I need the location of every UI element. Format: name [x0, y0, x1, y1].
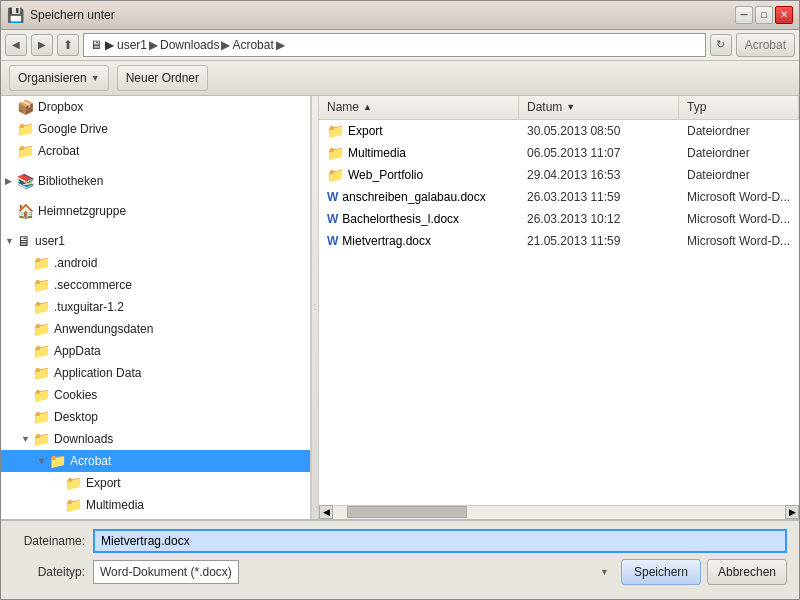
- file-icon-2: 📁: [327, 167, 344, 183]
- tree-item-desktop[interactable]: 📁 Desktop: [1, 406, 310, 428]
- col-header-type[interactable]: Typ: [679, 96, 799, 119]
- cell-date-1: 06.05.2013 11:07: [519, 146, 679, 160]
- file-row[interactable]: W Bachelorthesis_l.docx 26.03.2013 10:12…: [319, 208, 799, 230]
- dialog-window: 💾 Speichern unter ─ □ ✕ ◀ ▶ ⬆ 🖥 ▶ user1 …: [0, 0, 800, 600]
- user1-icon: 🖥: [17, 233, 31, 249]
- tree-label-dropbox: Dropbox: [38, 100, 83, 114]
- cell-type-5: Microsoft Word-D...: [679, 234, 799, 248]
- scroll-right-button[interactable]: ▶: [785, 505, 799, 519]
- tuxguitar-icon: 📁: [33, 299, 50, 315]
- tree-item-android[interactable]: 📁 .android: [1, 252, 310, 274]
- multimedia-icon: 📁: [65, 497, 82, 513]
- tree-item-heimnetzgruppe[interactable]: 🏠 Heimnetzgruppe: [1, 200, 310, 222]
- cell-type-1: Dateiordner: [679, 146, 799, 160]
- tree-item-dropbox[interactable]: 📦 Dropbox: [1, 96, 310, 118]
- path-part-acrobat: Acrobat: [232, 38, 273, 52]
- filename-label: Dateiname:: [13, 534, 93, 548]
- col-date-label: Datum: [527, 100, 562, 114]
- acrobat2-icon: 📁: [49, 453, 66, 469]
- desktop-icon: 📁: [33, 409, 50, 425]
- minimize-button[interactable]: ─: [735, 6, 753, 24]
- tree-label-multimedia: Multimedia: [86, 498, 144, 512]
- forward-button[interactable]: ▶: [31, 34, 53, 56]
- bibliotheken-icon: 📚: [17, 173, 34, 189]
- file-icon-5: W: [327, 234, 338, 248]
- file-icon-1: 📁: [327, 145, 344, 161]
- horizontal-scrollbar[interactable]: ◀ ▶: [319, 505, 799, 519]
- cell-date-4: 26.03.2013 10:12: [519, 212, 679, 226]
- cell-type-3: Microsoft Word-D...: [679, 190, 799, 204]
- seccommerce-icon: 📁: [33, 277, 50, 293]
- col-name-label: Name: [327, 100, 359, 114]
- downloads-icon: 📁: [33, 431, 50, 447]
- cell-date-5: 21.05.2013 11:59: [519, 234, 679, 248]
- tree-item-bibliotheken[interactable]: ▶ 📚 Bibliotheken: [1, 170, 310, 192]
- tree-label-user1: user1: [35, 234, 65, 248]
- tree-label-tuxguitar: .tuxguitar-1.2: [54, 300, 124, 314]
- close-button[interactable]: ✕: [775, 6, 793, 24]
- file-name-3: anschreiben_galabau.docx: [342, 190, 485, 204]
- address-bar: ◀ ▶ ⬆ 🖥 ▶ user1 ▶ Downloads ▶ Acrobat ▶ …: [1, 30, 799, 61]
- refresh-button[interactable]: ↻: [710, 34, 732, 56]
- back-button[interactable]: ◀: [5, 34, 27, 56]
- file-row[interactable]: 📁 Web_Portfolio 29.04.2013 16:53 Dateior…: [319, 164, 799, 186]
- pane-divider[interactable]: ⋮: [311, 96, 319, 519]
- cell-type-0: Dateiordner: [679, 124, 799, 138]
- scroll-track: [347, 506, 771, 518]
- tree-label-export: Export: [86, 476, 121, 490]
- tree-label-desktop: Desktop: [54, 410, 98, 424]
- tree-item-export[interactable]: 📁 Export: [1, 472, 310, 494]
- address-path[interactable]: 🖥 ▶ user1 ▶ Downloads ▶ Acrobat ▶: [83, 33, 706, 57]
- tree-item-anwendungsdaten[interactable]: 📁 Anwendungsdaten: [1, 318, 310, 340]
- tree-item-acrobat2[interactable]: ▼ 📁 Acrobat: [1, 450, 310, 472]
- up-button[interactable]: ⬆: [57, 34, 79, 56]
- file-row[interactable]: 📁 Multimedia 06.05.2013 11:07 Dateiordne…: [319, 142, 799, 164]
- cell-date-2: 29.04.2013 16:53: [519, 168, 679, 182]
- tree-item-googledrive[interactable]: 📁 Google Drive: [1, 118, 310, 140]
- tree-label-acrobat-top: Acrobat: [38, 144, 79, 158]
- cell-name-3: W anschreiben_galabau.docx: [319, 190, 519, 204]
- toolbar: Organisieren ▼ Neuer Ordner: [1, 61, 799, 96]
- cell-type-2: Dateiordner: [679, 168, 799, 182]
- new-folder-button[interactable]: Neuer Ordner: [117, 65, 208, 91]
- scroll-thumb[interactable]: [347, 506, 467, 518]
- save-to-label: Acrobat: [736, 33, 795, 57]
- appdata-icon: 📁: [33, 343, 50, 359]
- title-bar-icon: 💾: [7, 7, 24, 23]
- title-bar-text: Speichern unter: [30, 8, 735, 22]
- file-row[interactable]: W anschreiben_galabau.docx 26.03.2013 11…: [319, 186, 799, 208]
- col-header-name[interactable]: Name ▲: [319, 96, 519, 119]
- main-content: 📦 Dropbox 📁 Google Drive 📁 Acrobat ▶ 📚 B…: [1, 96, 799, 520]
- save-button[interactable]: Speichern: [621, 559, 701, 585]
- cancel-button[interactable]: Abbrechen: [707, 559, 787, 585]
- anwendungsdaten-icon: 📁: [33, 321, 50, 337]
- application-data-icon: 📁: [33, 365, 50, 381]
- organize-button[interactable]: Organisieren ▼: [9, 65, 109, 91]
- maximize-button[interactable]: □: [755, 6, 773, 24]
- tree-item-seccommerce[interactable]: 📁 .seccommerce: [1, 274, 310, 296]
- left-pane: 📦 Dropbox 📁 Google Drive 📁 Acrobat ▶ 📚 B…: [1, 96, 311, 519]
- export-icon: 📁: [65, 475, 82, 491]
- tree-item-acrobat-top[interactable]: 📁 Acrobat: [1, 140, 310, 162]
- tree-item-tuxguitar[interactable]: 📁 .tuxguitar-1.2: [1, 296, 310, 318]
- cell-date-3: 26.03.2013 11:59: [519, 190, 679, 204]
- file-icon-4: W: [327, 212, 338, 226]
- file-name-1: Multimedia: [348, 146, 406, 160]
- tree-label-googledrive: Google Drive: [38, 122, 108, 136]
- path-icon: 🖥: [90, 38, 102, 52]
- col-header-date[interactable]: Datum ▼: [519, 96, 679, 119]
- tree-item-user1[interactable]: ▼ 🖥 user1: [1, 230, 310, 252]
- right-pane: Name ▲ Datum ▼ Typ 📁 Export: [319, 96, 799, 519]
- tree-item-multimedia[interactable]: 📁 Multimedia: [1, 494, 310, 516]
- tree-label-anwendungsdaten: Anwendungsdaten: [54, 322, 153, 336]
- tree-item-downloads[interactable]: ▼ 📁 Downloads: [1, 428, 310, 450]
- tree-item-appdata[interactable]: 📁 AppData: [1, 340, 310, 362]
- tree-item-cookies[interactable]: 📁 Cookies: [1, 384, 310, 406]
- filename-input[interactable]: [93, 529, 787, 553]
- cell-name-1: 📁 Multimedia: [319, 145, 519, 161]
- scroll-left-button[interactable]: ◀: [319, 505, 333, 519]
- file-row[interactable]: 📁 Export 30.05.2013 08:50 Dateiordner: [319, 120, 799, 142]
- filetype-select[interactable]: Word-Dokument (*.docx): [93, 560, 239, 584]
- tree-item-application-data[interactable]: 📁 Application Data: [1, 362, 310, 384]
- file-row[interactable]: W Mietvertrag.docx 21.05.2013 11:59 Micr…: [319, 230, 799, 252]
